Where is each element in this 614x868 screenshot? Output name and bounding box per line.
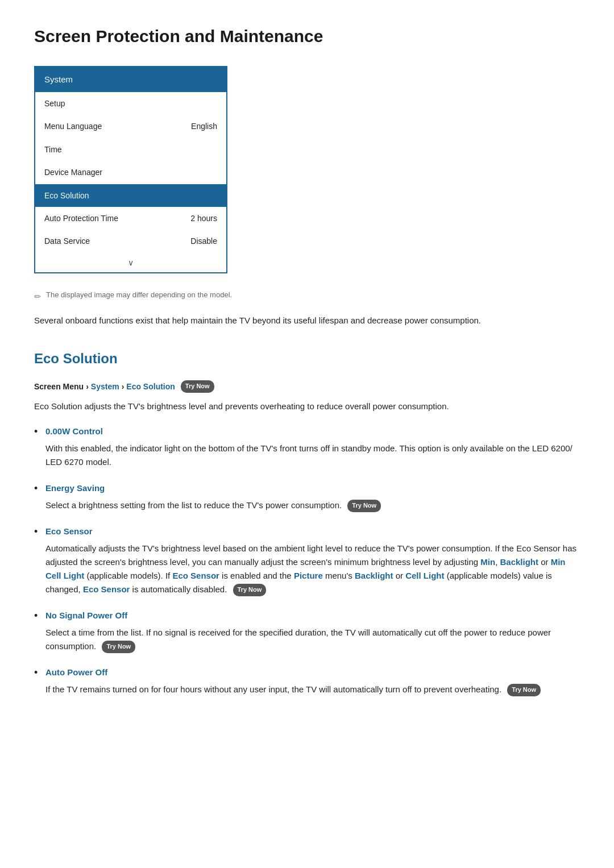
menu-item-label: Device Manager: [44, 166, 102, 178]
list-item-energy-saving: Energy Saving Select a brightness settin…: [34, 481, 580, 512]
link-backlight-2[interactable]: Backlight: [355, 571, 393, 580]
feature-desc-00w: With this enabled, the indicator light o…: [45, 443, 572, 467]
eco-intro-text: Eco Solution adjusts the TV's brightness…: [34, 400, 580, 413]
menu-panel: System Setup Menu Language English Time …: [34, 66, 227, 273]
menu-item-time[interactable]: Time: [35, 138, 226, 161]
list-item-eco-sensor: Eco Sensor Automatically adjusts the TV'…: [34, 525, 580, 596]
breadcrumb: Screen Menu › System › Eco Solution Try …: [34, 380, 580, 393]
menu-item-label: Data Service: [44, 235, 90, 247]
feature-title-00w[interactable]: 0.00W Control: [45, 425, 580, 438]
menu-item-label: Setup: [44, 97, 65, 110]
intro-paragraph: Several onboard functions exist that hel…: [34, 314, 580, 327]
link-cell-light[interactable]: Cell Light: [405, 571, 444, 580]
menu-item-auto-protection[interactable]: Auto Protection Time 2 hours: [35, 207, 226, 230]
link-eco-sensor-2[interactable]: Eco Sensor: [83, 584, 130, 594]
menu-item-label: Eco Solution: [44, 189, 89, 202]
breadcrumb-part-eco-solution[interactable]: Eco Solution: [126, 380, 175, 393]
menu-item-setup[interactable]: Setup: [35, 92, 226, 115]
feature-list: 0.00W Control With this enabled, the ind…: [34, 425, 580, 696]
menu-header: System: [35, 67, 226, 92]
breadcrumb-try-now-badge[interactable]: Try Now: [181, 380, 214, 393]
feature-title-auto-power-off[interactable]: Auto Power Off: [45, 666, 580, 679]
list-item-no-signal: No Signal Power Off Select a time from t…: [34, 609, 580, 653]
menu-item-data-service[interactable]: Data Service Disable: [35, 230, 226, 252]
try-now-no-signal[interactable]: Try Now: [102, 641, 135, 653]
page-title: Screen Protection and Maintenance: [34, 23, 580, 50]
menu-chevron[interactable]: ∨: [35, 253, 226, 272]
menu-item-value: 2 hours: [190, 212, 217, 225]
menu-item-eco-solution[interactable]: Eco Solution: [35, 184, 226, 207]
menu-item-label: Time: [44, 143, 62, 156]
breadcrumb-sep-2: ›: [122, 380, 125, 393]
breadcrumb-part-screen-menu: Screen Menu: [34, 380, 84, 393]
menu-item-device-manager[interactable]: Device Manager: [35, 161, 226, 184]
menu-item-value: English: [191, 120, 217, 132]
menu-item-value: Disable: [190, 235, 217, 247]
note-text: The displayed image may differ depending…: [46, 289, 232, 301]
menu-item-label: Auto Protection Time: [44, 212, 118, 225]
feature-title-energy-saving[interactable]: Energy Saving: [45, 481, 580, 495]
section-title: Eco Solution: [34, 348, 580, 369]
try-now-eco-sensor[interactable]: Try Now: [233, 584, 267, 596]
feature-desc-auto-power-off: If the TV remains turned on for four hou…: [45, 684, 541, 694]
link-eco-sensor-1[interactable]: Eco Sensor: [172, 571, 219, 580]
list-item-auto-power-off: Auto Power Off If the TV remains turned …: [34, 666, 580, 696]
feature-title-no-signal[interactable]: No Signal Power Off: [45, 609, 580, 622]
breadcrumb-part-system[interactable]: System: [91, 380, 119, 393]
feature-title-eco-sensor[interactable]: Eco Sensor: [45, 525, 580, 538]
menu-item-label: Menu Language: [44, 120, 102, 132]
feature-desc-no-signal: Select a time from the list. If no signa…: [45, 628, 551, 651]
link-backlight[interactable]: Backlight: [500, 557, 538, 567]
breadcrumb-sep-1: ›: [86, 380, 89, 393]
feature-desc-eco-sensor: Automatically adjusts the TV's brightnes…: [45, 543, 576, 594]
feature-desc-energy-saving: Select a brightness setting from the lis…: [45, 500, 381, 510]
menu-item-language[interactable]: Menu Language English: [35, 115, 226, 138]
link-picture[interactable]: Picture: [294, 571, 323, 580]
note-line: ✏ The displayed image may differ dependi…: [34, 289, 580, 304]
try-now-energy-saving[interactable]: Try Now: [347, 500, 381, 512]
try-now-auto-power-off[interactable]: Try Now: [507, 684, 541, 696]
list-item-00w: 0.00W Control With this enabled, the ind…: [34, 425, 580, 469]
link-min[interactable]: Min: [480, 557, 495, 567]
pencil-icon: ✏: [34, 290, 42, 304]
